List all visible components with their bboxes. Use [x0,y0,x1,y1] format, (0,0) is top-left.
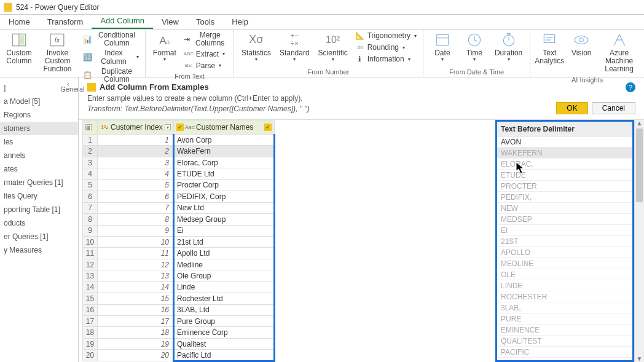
cancel-button[interactable]: Cancel [592,102,635,114]
cell-customer-index[interactable]: 6 [98,191,174,202]
statistics-button[interactable]: Χσ Statistics▾ [239,31,273,64]
table-row[interactable]: 1313Ole Group [83,270,275,281]
row-header[interactable]: 13 [83,270,98,281]
information-button[interactable]: ℹ Information▾ [354,54,418,65]
preview-cell[interactable]: WAKEFERN [497,148,632,159]
row-header[interactable]: 7 [83,202,98,213]
invoke-custom-function-button[interactable]: fx Invoke Custom Function [37,31,78,75]
cell-customer-name[interactable]: PEDIFIX, Corp [174,191,275,202]
cell-customer-name[interactable]: Linde [174,281,275,293]
table-row[interactable]: 66PEDIFIX, Corp [83,191,275,202]
cell-customer-index[interactable]: 18 [98,327,174,338]
rounding-button[interactable]: .00 Rounding▾ [354,42,418,53]
azure-ml-button[interactable]: Azure Machine Learning [599,31,639,75]
table-row[interactable]: 33Elorac, Corp [83,157,275,168]
preview-cell[interactable]: PROCTER [497,181,632,192]
preview-cell[interactable]: ROCHESTER [497,291,632,302]
row-header[interactable]: 20 [83,350,98,361]
preview-cell[interactable]: MEDSEP [497,214,632,225]
cell-customer-index[interactable]: 3 [98,157,174,168]
check-icon[interactable]: ✓ [176,124,184,131]
table-row[interactable]: 11Avon Corp [83,135,275,146]
menu-help[interactable]: Help [223,15,257,29]
query-item[interactable]: er Queries [1] [0,230,78,243]
row-header[interactable]: 16 [83,304,98,315]
preview-cell[interactable]: LINDE [497,280,632,291]
preview-column-header[interactable]: Text Before Delimiter [497,122,632,136]
menu-view[interactable]: View [153,15,187,29]
query-item[interactable]: a Model [5] [0,95,78,108]
preview-cell[interactable]: MEDLINE [497,258,632,269]
column-header-customer-index[interactable]: 1²₃ Customer Index ▾ [98,120,174,135]
vision-button[interactable]: Vision [567,31,595,58]
preview-cell[interactable]: PEDIFIX, [497,192,632,203]
help-icon[interactable]: ? [626,82,635,92]
conditional-column-button[interactable]: 📊 Conditional Column [82,31,140,48]
row-header[interactable]: 18 [83,327,98,338]
standard-button[interactable]: +−÷× Standard▾ [277,31,312,64]
trigonometry-button[interactable]: 📐 Trigonometry▾ [354,31,418,42]
format-button[interactable]: Aa Format▾ [151,31,179,64]
cell-customer-index[interactable]: 14 [98,281,174,293]
check-icon[interactable]: ✓ [264,124,272,131]
preview-cell[interactable]: PACIFIC [497,347,632,358]
row-header[interactable]: 19 [83,338,98,349]
preview-cell[interactable]: NEW [497,203,632,214]
row-header[interactable]: 3 [83,157,98,168]
table-row[interactable]: 16163LAB, Ltd [83,304,275,315]
table-row[interactable]: 1515Rochester Ltd [83,293,275,304]
cell-customer-name[interactable]: ETUDE Ltd [174,168,275,179]
table-row[interactable]: 1414Linde [83,281,275,293]
scientific-button[interactable]: 10² Scientific▾ [316,31,350,64]
text-analytics-button[interactable]: Text Analytics [535,31,564,66]
preview-cell[interactable]: EI [497,225,632,236]
table-corner-button[interactable]: ▦ [83,120,98,135]
query-item[interactable]: ates [0,162,78,176]
duration-button[interactable]: Duration▾ [492,31,525,64]
cell-customer-name[interactable]: Procter Corp [174,179,275,191]
table-row[interactable]: 22WakeFern [83,146,275,157]
table-row[interactable]: 1717Pure Group [83,316,275,327]
menu-add-column[interactable]: Add Column [92,14,153,29]
cell-customer-index[interactable]: 15 [98,293,174,304]
cell-customer-index[interactable]: 19 [98,338,174,349]
cell-customer-index[interactable]: 17 [98,316,174,327]
row-header[interactable]: 9 [83,225,98,236]
row-header[interactable]: 4 [83,168,98,179]
cell-customer-name[interactable]: Ole Group [174,270,275,281]
cell-customer-index[interactable]: 5 [98,179,174,191]
date-button[interactable]: Date▾ [428,31,457,64]
preview-cell[interactable]: 3LAB, [497,302,632,313]
table-row[interactable]: 77New Ltd [83,202,275,213]
cell-customer-name[interactable]: Pure Group [174,316,275,327]
cell-customer-name[interactable]: 3LAB, Ltd [174,304,275,315]
row-header[interactable]: 2 [83,146,98,157]
row-header[interactable]: 17 [83,316,98,327]
row-header[interactable]: 1 [83,135,98,146]
table-row[interactable]: 55Procter Corp [83,179,275,191]
cell-customer-name[interactable]: Rochester Ltd [174,293,275,304]
menu-transform[interactable]: Transform [39,15,92,29]
table-row[interactable]: 101021st Ltd [83,236,275,247]
custom-column-button[interactable]: Custom Column [5,31,33,66]
cell-customer-name[interactable]: Ei [174,225,275,236]
cell-customer-index[interactable]: 11 [98,248,174,259]
cell-customer-index[interactable]: 16 [98,304,174,315]
cell-customer-name[interactable]: Apollo Ltd [174,248,275,259]
parse-button[interactable]: abc Parse▾ [183,60,229,71]
preview-cell[interactable]: APOLLO [497,247,632,258]
query-item[interactable]: annels [0,149,78,162]
table-row[interactable]: 2020Pacific Ltd [83,350,275,361]
cell-customer-name[interactable]: Medsep Group [174,214,275,225]
chevron-down-icon[interactable]: ▾ [165,124,171,130]
row-header[interactable]: 15 [83,293,98,304]
ok-button[interactable]: OK [556,102,587,114]
data-grid[interactable]: ▦ 1²₃ Customer Index ▾ [82,120,275,362]
table-row[interactable]: 88Medsep Group [83,214,275,225]
cell-customer-name[interactable]: 21st Ltd [174,236,275,247]
preview-cell[interactable]: 21ST [497,236,632,247]
cell-customer-index[interactable]: 12 [98,259,174,270]
query-item[interactable]: les [0,135,78,149]
row-header[interactable]: 11 [83,248,98,259]
table-row[interactable]: 1111Apollo Ltd [83,248,275,259]
